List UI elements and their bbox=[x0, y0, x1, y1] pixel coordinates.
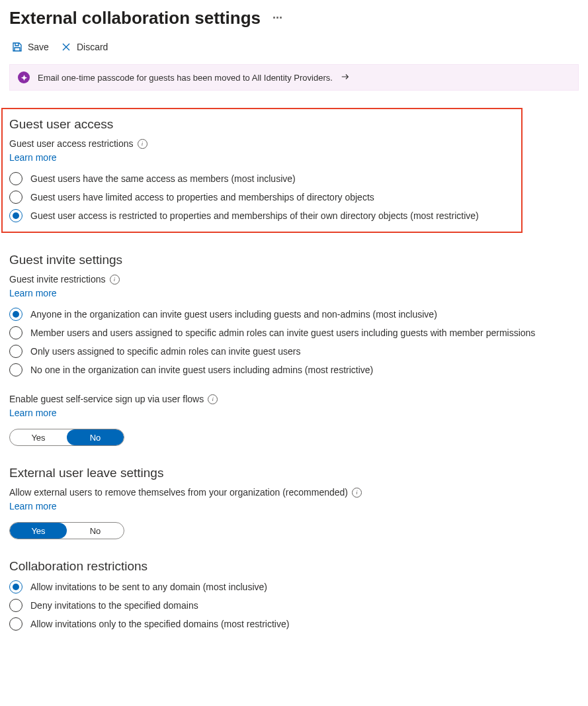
learn-more-link[interactable]: Learn more bbox=[9, 152, 57, 163]
field-label: Allow external users to remove themselve… bbox=[9, 487, 579, 498]
toggle-yes[interactable]: Yes bbox=[10, 429, 67, 445]
section-external-leave: External user leave settings Allow exter… bbox=[9, 466, 579, 539]
section-guest-invite: Guest invite settings Guest invite restr… bbox=[9, 253, 579, 446]
radio-label: Member users and users assigned to speci… bbox=[30, 328, 535, 338]
section-title: Guest invite settings bbox=[9, 253, 579, 267]
field-label-text: Guest user access restrictions bbox=[9, 138, 134, 149]
info-banner-text: Email one-time passcode for guests has b… bbox=[38, 73, 333, 83]
toggle-no[interactable]: No bbox=[67, 429, 124, 445]
toggle-external-leave[interactable]: Yes No bbox=[9, 522, 124, 539]
section-title: Collaboration restrictions bbox=[9, 559, 579, 574]
learn-more-link[interactable]: Learn more bbox=[9, 288, 57, 298]
radio-group-collab: Allow invitations to be sent to any doma… bbox=[9, 580, 579, 631]
info-icon[interactable]: i bbox=[352, 488, 362, 498]
save-button[interactable]: Save bbox=[12, 42, 49, 52]
arrow-right-icon[interactable] bbox=[341, 72, 350, 83]
radio-group-guest-access: Guest users have the same access as memb… bbox=[9, 172, 515, 222]
radio-option[interactable]: Guest users have limited access to prope… bbox=[9, 191, 515, 204]
radio-label: Allow invitations to be sent to any doma… bbox=[30, 582, 267, 592]
learn-more-link[interactable]: Learn more bbox=[9, 408, 57, 418]
radio-option[interactable]: Guest user access is restricted to prope… bbox=[9, 209, 515, 222]
page-title: External collaboration settings ··· bbox=[9, 8, 579, 28]
field-label-text: Guest invite restrictions bbox=[9, 274, 106, 285]
info-icon[interactable]: i bbox=[138, 139, 147, 149]
close-icon bbox=[61, 42, 71, 52]
radio-option[interactable]: Allow invitations to be sent to any doma… bbox=[9, 580, 579, 594]
section-guest-user-access: Guest user access Guest user access rest… bbox=[1, 108, 523, 233]
info-icon[interactable]: i bbox=[110, 275, 120, 285]
toggle-yes[interactable]: Yes bbox=[10, 523, 67, 539]
field-label: Guest invite restrictions i bbox=[9, 274, 579, 285]
discard-button-label: Discard bbox=[77, 42, 108, 52]
section-collaboration-restrictions: Collaboration restrictions Allow invitat… bbox=[9, 559, 579, 631]
radio-option[interactable]: Allow invitations only to the specified … bbox=[9, 617, 579, 631]
page-title-text: External collaboration settings bbox=[9, 8, 261, 28]
section-title: Guest user access bbox=[9, 117, 515, 132]
radio-option[interactable]: No one in the organization can invite gu… bbox=[9, 363, 579, 376]
field-label: Guest user access restrictions i bbox=[9, 138, 515, 149]
radio-option[interactable]: Deny invitations to the specified domain… bbox=[9, 599, 579, 612]
discard-button[interactable]: Discard bbox=[61, 42, 108, 52]
field-label-text: Allow external users to remove themselve… bbox=[9, 487, 348, 498]
radio-group-guest-invite: Anyone in the organization can invite gu… bbox=[9, 308, 579, 376]
compass-icon bbox=[18, 71, 30, 83]
field-label: Enable guest self-service sign up via us… bbox=[9, 394, 579, 404]
radio-label: Anyone in the organization can invite gu… bbox=[30, 309, 437, 320]
radio-label: Guest users have the same access as memb… bbox=[30, 173, 296, 184]
radio-label: No one in the organization can invite gu… bbox=[30, 365, 373, 375]
toggle-no[interactable]: No bbox=[67, 523, 124, 539]
command-bar: Save Discard bbox=[12, 42, 579, 52]
save-button-label: Save bbox=[28, 42, 49, 52]
save-icon bbox=[12, 42, 22, 52]
radio-label: Deny invitations to the specified domain… bbox=[30, 600, 198, 611]
radio-label: Guest user access is restricted to prope… bbox=[30, 210, 479, 221]
radio-label: Guest users have limited access to prope… bbox=[30, 192, 374, 202]
radio-option[interactable]: Guest users have the same access as memb… bbox=[9, 172, 515, 185]
radio-option[interactable]: Member users and users assigned to speci… bbox=[9, 326, 579, 339]
info-banner: Email one-time passcode for guests has b… bbox=[9, 64, 579, 91]
learn-more-link[interactable]: Learn more bbox=[9, 501, 57, 511]
radio-option[interactable]: Only users assigned to specific admin ro… bbox=[9, 345, 579, 358]
toggle-self-service[interactable]: Yes No bbox=[9, 429, 124, 446]
radio-option[interactable]: Anyone in the organization can invite gu… bbox=[9, 308, 579, 321]
more-actions-icon[interactable]: ··· bbox=[273, 11, 282, 25]
section-title: External user leave settings bbox=[9, 466, 579, 480]
info-icon[interactable]: i bbox=[208, 394, 218, 404]
radio-label: Allow invitations only to the specified … bbox=[30, 619, 289, 629]
radio-label: Only users assigned to specific admin ro… bbox=[30, 346, 301, 357]
field-label-text: Enable guest self-service sign up via us… bbox=[9, 394, 204, 404]
